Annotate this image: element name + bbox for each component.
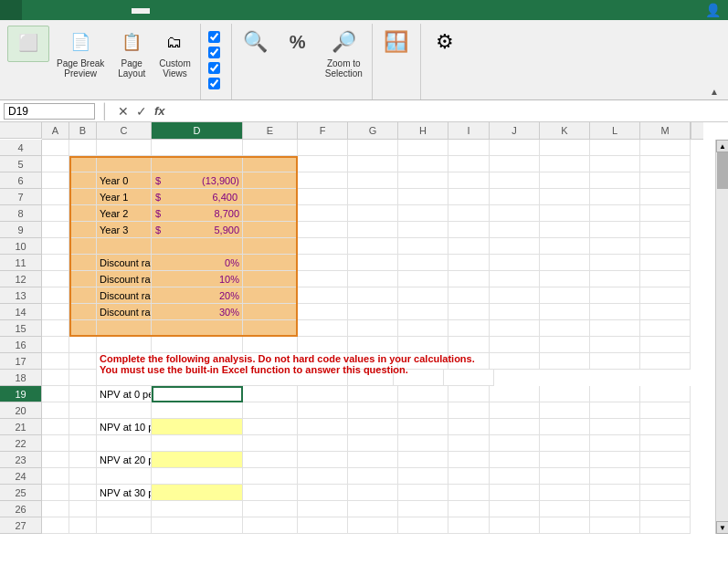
review-tab[interactable] [113, 7, 132, 13]
row-header-21[interactable]: 21 [0, 419, 41, 435]
cell-L14[interactable] [590, 304, 640, 320]
cell-G16[interactable] [348, 337, 398, 353]
page-layout-button[interactable]: 📋 PageLayout [111, 26, 152, 80]
cell-J7[interactable] [490, 189, 540, 205]
cell-K19[interactable] [540, 386, 590, 402]
cell-F21[interactable] [298, 419, 348, 435]
cell-L16[interactable] [590, 337, 640, 353]
cell-G19[interactable] [348, 386, 398, 402]
cell-H11[interactable] [398, 255, 448, 271]
cell-I25[interactable] [448, 485, 490, 501]
zoom-100-button[interactable]: % [278, 26, 318, 60]
cell-A9[interactable] [42, 222, 69, 238]
cell-D7[interactable]: $6,400 [152, 189, 243, 205]
cell-K24[interactable] [540, 468, 590, 485]
cell-A17[interactable] [42, 353, 69, 370]
cell-A20[interactable] [42, 402, 69, 419]
cell-I8[interactable] [448, 205, 490, 222]
cell-G26[interactable] [348, 501, 398, 517]
row-header-14[interactable]: 14 [0, 304, 41, 320]
cell-B26[interactable] [69, 501, 97, 517]
headings-checkbox[interactable] [208, 78, 224, 89]
cell-F24[interactable] [298, 468, 348, 485]
cell-I6[interactable] [448, 172, 490, 189]
cell-G12[interactable] [348, 271, 398, 287]
cell-C16[interactable] [97, 337, 152, 353]
cell-J11[interactable] [490, 255, 540, 271]
formula-input[interactable] [172, 105, 724, 118]
cell-D10[interactable] [152, 238, 243, 255]
col-header-C[interactable]: C [97, 122, 152, 139]
cell-B9[interactable] [69, 222, 97, 238]
row-header-17[interactable]: 17 [0, 353, 41, 370]
cell-B4[interactable] [69, 140, 97, 156]
page-layout-tab[interactable] [58, 7, 77, 13]
page-break-preview-button[interactable]: 📄 Page BreakPreview [51, 26, 110, 80]
cell-A23[interactable] [42, 452, 69, 468]
collapse-ribbon-button[interactable]: ▲ [708, 85, 721, 98]
cell-I20[interactable] [448, 402, 490, 419]
cell-G14[interactable] [348, 304, 398, 320]
cell-K9[interactable] [540, 222, 590, 238]
cell-M13[interactable] [640, 287, 691, 304]
cell-C13[interactable]: Discount rate [97, 287, 152, 304]
cell-K26[interactable] [540, 501, 590, 517]
cell-K5[interactable] [540, 156, 590, 172]
cell-K6[interactable] [540, 172, 590, 189]
cell-L13[interactable] [590, 287, 640, 304]
cell-A5[interactable] [42, 156, 69, 172]
insert-function-icon[interactable]: fx [152, 104, 168, 118]
cell-K20[interactable] [540, 402, 590, 419]
row-header-16[interactable]: 16 [0, 337, 41, 353]
cell-H10[interactable] [398, 238, 448, 255]
cell-I26[interactable] [448, 501, 490, 517]
cell-K21[interactable] [540, 419, 590, 435]
row-header-18[interactable]: 18 [0, 370, 41, 386]
cell-M5[interactable] [640, 156, 691, 172]
cell-J25[interactable] [490, 485, 540, 501]
cell-E13[interactable] [243, 287, 298, 304]
row-header-10[interactable]: 10 [0, 238, 41, 255]
cell-A25[interactable] [42, 485, 69, 501]
cell-M21[interactable] [640, 419, 691, 435]
cell-C21[interactable]: NPV at 10 percent [97, 419, 152, 435]
cell-G20[interactable] [348, 402, 398, 419]
cell-L6[interactable] [590, 172, 640, 189]
cell-I16[interactable] [448, 337, 490, 353]
insert-tab[interactable] [40, 7, 58, 13]
cell-E19[interactable] [243, 386, 298, 402]
cell-I19[interactable] [448, 386, 490, 402]
cell-C27[interactable] [97, 517, 152, 534]
col-header-H[interactable]: H [398, 122, 448, 139]
cell-F16[interactable] [298, 337, 348, 353]
cell-C11[interactable]: Discount rate [97, 255, 152, 271]
cell-F4[interactable] [298, 140, 348, 156]
cell-I12[interactable] [448, 271, 490, 287]
col-header-G[interactable]: G [348, 122, 398, 139]
cell-D21[interactable] [152, 419, 243, 435]
cell-M18[interactable] [444, 370, 494, 386]
cell-H5[interactable] [398, 156, 448, 172]
cell-C22[interactable] [97, 435, 152, 452]
cell-M25[interactable] [640, 485, 691, 501]
cell-G8[interactable] [348, 205, 398, 222]
cell-J8[interactable] [490, 205, 540, 222]
cell-H9[interactable] [398, 222, 448, 238]
cell-F19[interactable] [298, 386, 348, 402]
cell-C25[interactable]: NPV at 30 percent [97, 485, 152, 501]
cell-B21[interactable] [69, 419, 97, 435]
zoom-to-selection-button[interactable]: 🔎 Zoom toSelection [320, 26, 368, 80]
name-box[interactable] [4, 103, 95, 120]
cell-G4[interactable] [348, 140, 398, 156]
cell-B23[interactable] [69, 452, 97, 468]
cell-J22[interactable] [490, 435, 540, 452]
cell-G6[interactable] [348, 172, 398, 189]
cell-K8[interactable] [540, 205, 590, 222]
scrollbar-thumb[interactable] [717, 152, 728, 189]
cell-J19[interactable] [490, 386, 540, 402]
cell-J6[interactable] [490, 172, 540, 189]
cell-C24[interactable] [97, 468, 152, 485]
cell-D26[interactable] [152, 501, 243, 517]
cell-B8[interactable] [69, 205, 97, 222]
row-header-22[interactable]: 22 [0, 435, 41, 452]
